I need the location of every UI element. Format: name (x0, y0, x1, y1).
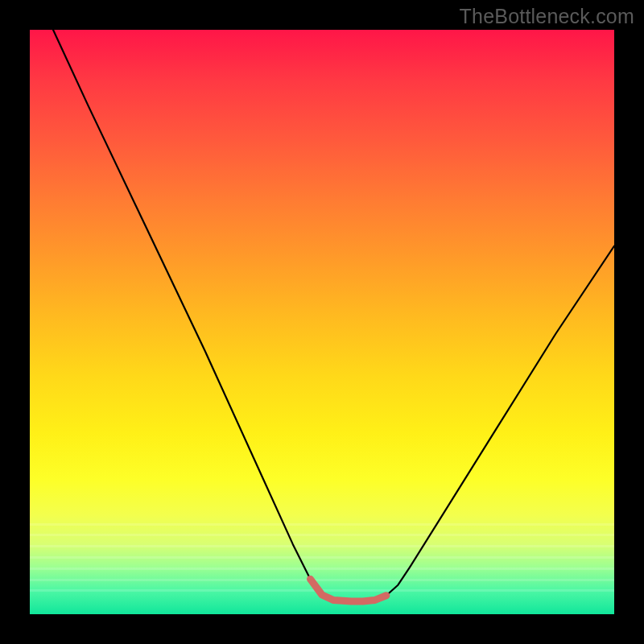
main-curve (53, 30, 614, 601)
curves-svg (30, 30, 614, 614)
plot-area (30, 30, 614, 614)
watermark-text: TheBottleneck.com (460, 5, 634, 28)
valley-highlight (311, 579, 386, 601)
chart-frame: TheBottleneck.com (0, 0, 644, 644)
